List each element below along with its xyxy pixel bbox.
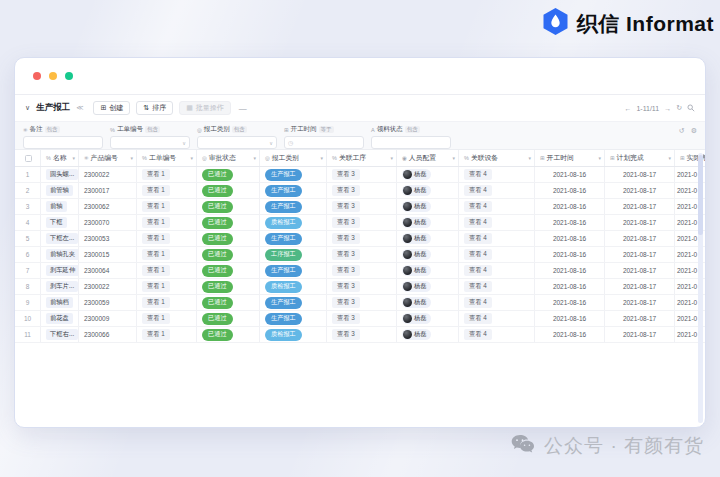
zoom-window-icon[interactable]	[65, 72, 73, 80]
chevron-down-icon[interactable]: ▾	[253, 155, 256, 161]
view-equipment-button[interactable]: 查看 4	[464, 233, 492, 244]
staff-chip[interactable]: 杨磊	[402, 313, 431, 324]
filter-operator-tag[interactable]: 包含	[45, 126, 60, 133]
view-equipment-button[interactable]: 查看 4	[464, 313, 492, 324]
filter-operator-tag[interactable]: 等于	[319, 126, 334, 133]
view-order-button[interactable]: 查看 1	[142, 185, 170, 196]
view-equipment-button[interactable]: 查看 4	[464, 265, 492, 276]
column-header-select[interactable]	[15, 150, 41, 166]
chevron-down-icon[interactable]: ▾	[528, 155, 531, 161]
view-order-button[interactable]: 查看 1	[142, 169, 170, 180]
record-name-tag[interactable]: 下框	[46, 217, 67, 228]
select-all-checkbox[interactable]	[25, 155, 32, 162]
table-row[interactable]: 8刹车片...2300022查看 1已通过质检报工查看 3杨磊查看 42021-…	[15, 279, 706, 295]
table-row[interactable]: 3前轴2300062查看 1已通过生产报工查看 3杨磊查看 42021-08-1…	[15, 199, 706, 215]
prev-page-icon[interactable]: ←	[624, 105, 631, 112]
view-equipment-button[interactable]: 查看 4	[464, 281, 492, 292]
view-process-button[interactable]: 查看 3	[332, 329, 360, 340]
staff-chip[interactable]: 杨磊	[402, 297, 431, 308]
close-window-icon[interactable]	[33, 72, 41, 80]
view-process-button[interactable]: 查看 3	[332, 249, 360, 260]
column-header-plan[interactable]: ⊞计划完成▾	[605, 150, 675, 166]
record-name-tag[interactable]: 圆头螺...	[46, 169, 78, 180]
record-name-tag[interactable]: 刹车片...	[46, 281, 78, 292]
view-process-button[interactable]: 查看 3	[332, 281, 360, 292]
filter-input-开工时间[interactable]: ◷	[284, 136, 364, 149]
staff-chip[interactable]: 杨磊	[402, 329, 431, 340]
staff-chip[interactable]: 杨磊	[402, 201, 431, 212]
filter-input-备注[interactable]	[23, 136, 103, 149]
column-header-report_type[interactable]: ◎报工类别▾	[260, 150, 327, 166]
table-row[interactable]: 11下框右...2300066查看 1已通过质检报工查看 3杨磊查看 42021…	[15, 327, 706, 343]
record-name-tag[interactable]: 下框右...	[46, 329, 78, 340]
view-process-button[interactable]: 查看 3	[332, 185, 360, 196]
view-equipment-button[interactable]: 查看 4	[464, 297, 492, 308]
table-row[interactable]: 1圆头螺...2300022查看 1已通过生产报工查看 3杨磊查看 42021-…	[15, 167, 706, 183]
staff-chip[interactable]: 杨磊	[402, 169, 431, 180]
view-equipment-button[interactable]: 查看 4	[464, 185, 492, 196]
view-process-button[interactable]: 查看 3	[332, 233, 360, 244]
chevron-down-icon[interactable]: ▾	[598, 155, 601, 161]
view-equipment-button[interactable]: 查看 4	[464, 329, 492, 340]
sort-button[interactable]: ⇅ 排序	[136, 101, 173, 115]
filter-operator-tag[interactable]: 包含	[232, 126, 247, 133]
scrollbar-thumb[interactable]	[698, 155, 703, 235]
batch-actions-button[interactable]: ▦ 批量操作	[179, 101, 231, 115]
staff-chip[interactable]: 杨磊	[402, 217, 431, 228]
column-header-process[interactable]: %关联工序▾	[327, 150, 397, 166]
table-row[interactable]: 9前轴档2300059查看 1已通过生产报工查看 3杨磊查看 42021-08-…	[15, 295, 706, 311]
view-equipment-button[interactable]: 查看 4	[464, 217, 492, 228]
filter-input-报工类别[interactable]: ∨	[197, 136, 277, 149]
staff-chip[interactable]: 杨磊	[402, 281, 431, 292]
column-header-staff[interactable]: ◉人员配置▾	[397, 150, 459, 166]
table-row[interactable]: 5下框左...2300053查看 1已通过生产报工查看 3杨磊查看 42021-…	[15, 231, 706, 247]
view-process-button[interactable]: 查看 3	[332, 313, 360, 324]
record-name-tag[interactable]: 前轴	[46, 201, 67, 212]
view-process-button[interactable]: 查看 3	[332, 217, 360, 228]
column-header-name[interactable]: %名称▾	[41, 150, 79, 166]
search-icon[interactable]	[687, 104, 695, 113]
filter-input-工单编号[interactable]: ∨	[110, 136, 190, 149]
column-header-order_no[interactable]: %工单编号▾	[137, 150, 197, 166]
staff-chip[interactable]: 杨磊	[402, 249, 431, 260]
view-order-button[interactable]: 查看 1	[142, 201, 170, 212]
next-page-icon[interactable]: →	[664, 105, 671, 112]
column-header-approval[interactable]: ◎审批状态▾	[197, 150, 260, 166]
minimize-window-icon[interactable]	[49, 72, 57, 80]
reset-filters-icon[interactable]: ↺	[679, 127, 685, 135]
chevron-down-icon[interactable]: ▾	[130, 155, 133, 161]
table-row[interactable]: 2前管轴2300017查看 1已通过生产报工查看 3杨磊查看 42021-08-…	[15, 183, 706, 199]
view-order-button[interactable]: 查看 1	[142, 329, 170, 340]
refresh-icon[interactable]: ↻	[676, 104, 682, 112]
view-order-button[interactable]: 查看 1	[142, 265, 170, 276]
vertical-scrollbar[interactable]	[698, 153, 703, 423]
share-icon[interactable]: ≪	[76, 104, 83, 112]
record-name-tag[interactable]: 前轴孔夹	[46, 249, 79, 260]
filter-settings-icon[interactable]: ⚙	[691, 127, 697, 135]
more-actions-icon[interactable]: —	[239, 104, 247, 113]
view-process-button[interactable]: 查看 3	[332, 265, 360, 276]
view-equipment-button[interactable]: 查看 4	[464, 249, 492, 260]
record-name-tag[interactable]: 前花盘	[46, 313, 73, 324]
chevron-down-icon[interactable]: ▾	[390, 155, 393, 161]
chevron-down-icon[interactable]: ▾	[190, 155, 193, 161]
record-name-tag[interactable]: 刹车延伸	[46, 265, 79, 276]
view-order-button[interactable]: 查看 1	[142, 281, 170, 292]
view-process-button[interactable]: 查看 3	[332, 297, 360, 308]
staff-chip[interactable]: 杨磊	[402, 233, 431, 244]
filter-operator-tag[interactable]: 包含	[405, 126, 420, 133]
collapse-view-icon[interactable]: ∨	[25, 104, 30, 112]
record-name-tag[interactable]: 前管轴	[46, 185, 73, 196]
table-row[interactable]: 4下框2300070查看 1已通过质检报工查看 3杨磊查看 42021-08-1…	[15, 215, 706, 231]
create-button[interactable]: ⊞ 创建	[93, 101, 130, 115]
column-header-equipment[interactable]: %关联设备▾	[459, 150, 535, 166]
view-order-button[interactable]: 查看 1	[142, 217, 170, 228]
record-name-tag[interactable]: 前轴档	[46, 297, 73, 308]
table-row[interactable]: 7刹车延伸2300064查看 1已通过生产报工查看 3杨磊查看 42021-08…	[15, 263, 706, 279]
filter-input-领料状态[interactable]	[371, 136, 451, 149]
view-equipment-button[interactable]: 查看 4	[464, 169, 492, 180]
chevron-down-icon[interactable]: ▾	[668, 155, 671, 161]
view-order-button[interactable]: 查看 1	[142, 313, 170, 324]
view-order-button[interactable]: 查看 1	[142, 233, 170, 244]
chevron-down-icon[interactable]: ▾	[320, 155, 323, 161]
